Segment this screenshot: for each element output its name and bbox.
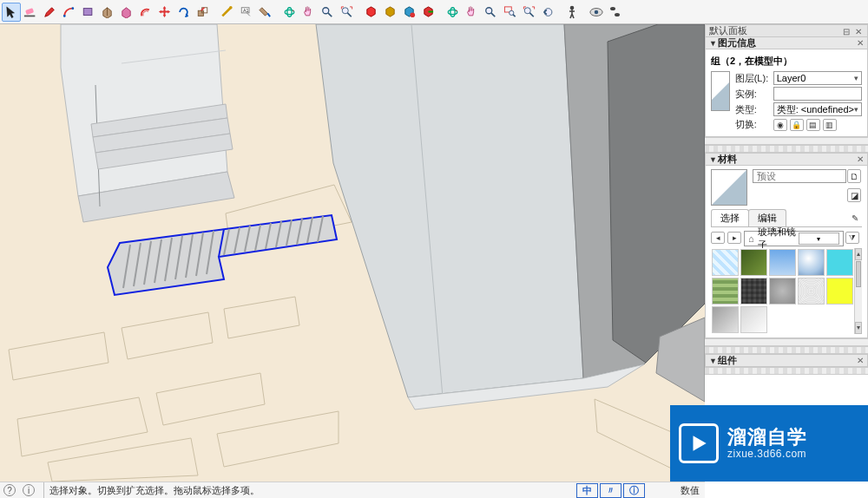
nav-fwd-icon[interactable]: ▸ xyxy=(727,232,741,244)
svg-point-2 xyxy=(62,15,65,17)
shadow-cast-icon[interactable]: ▤ xyxy=(806,119,820,131)
shadow-recv-icon[interactable]: ▥ xyxy=(823,119,837,131)
arc-icon[interactable] xyxy=(59,3,78,22)
material-swatch[interactable] xyxy=(825,277,854,305)
eye-icon[interactable] xyxy=(587,3,606,22)
pull2-icon[interactable] xyxy=(116,3,135,22)
collapse-icon[interactable]: ▼ xyxy=(709,357,718,365)
rotate-icon[interactable] xyxy=(174,3,193,22)
component-icon[interactable] xyxy=(361,3,380,22)
instance-input[interactable] xyxy=(773,87,862,101)
eyedropper-icon[interactable]: ✎ xyxy=(848,211,862,225)
scroll-up-icon[interactable]: ▴ xyxy=(855,248,862,260)
components-header[interactable]: ▼ 组件 ✕ xyxy=(705,354,868,367)
component4-icon[interactable] xyxy=(418,3,437,22)
material-swatch[interactable] xyxy=(797,248,825,277)
rectangle-icon[interactable] xyxy=(78,3,97,22)
materials-header[interactable]: ▼ 材料 ✕ xyxy=(705,153,868,166)
pan2-icon[interactable] xyxy=(462,3,481,22)
orbit-icon[interactable] xyxy=(279,3,299,22)
scroll-thumb[interactable] xyxy=(856,261,861,287)
material-swatch[interactable] xyxy=(768,248,797,277)
pull-icon[interactable] xyxy=(97,3,116,22)
type-combobox[interactable]: 类型: <undefined> xyxy=(773,102,862,116)
create-material-icon[interactable]: 🗋 xyxy=(847,169,861,183)
material-swatch[interactable] xyxy=(711,248,740,277)
default-material-icon[interactable]: ◪ xyxy=(847,188,861,202)
tab-edit[interactable]: 编辑 xyxy=(748,209,786,226)
pin-icon[interactable]: ⊟ xyxy=(841,27,852,36)
close-icon[interactable]: ✕ xyxy=(853,154,864,164)
panel-host-titlebar[interactable]: 默认面板 ⊟ ✕ xyxy=(705,24,868,36)
pencil-icon[interactable] xyxy=(40,3,59,22)
help-icon[interactable]: ? xyxy=(3,484,16,496)
scale-icon[interactable] xyxy=(193,3,212,22)
close-icon[interactable]: ✕ xyxy=(853,356,864,365)
close-icon[interactable]: ✕ xyxy=(853,27,864,36)
layer-combobox[interactable]: Layer0 xyxy=(773,71,862,85)
library-menu-icon[interactable]: ⧩ xyxy=(845,232,859,244)
zoom-window-icon[interactable] xyxy=(500,3,519,22)
svg-marker-31 xyxy=(224,297,299,338)
component3-icon[interactable] xyxy=(399,3,418,22)
zoom-extents2-icon[interactable] xyxy=(519,3,538,22)
svg-marker-30 xyxy=(122,312,213,359)
person-icon[interactable] xyxy=(562,3,582,22)
zoom2-icon[interactable] xyxy=(481,3,500,22)
swatch-scrollbar[interactable]: ▴ ▾ xyxy=(854,248,862,334)
svg-rect-0 xyxy=(25,8,34,15)
material-swatch[interactable] xyxy=(740,277,768,305)
text-icon[interactable]: A1 xyxy=(236,3,255,22)
svg-point-17 xyxy=(486,7,492,13)
material-swatch[interactable] xyxy=(797,277,825,305)
material-name-input[interactable]: 预设 xyxy=(753,169,846,183)
material-swatch[interactable] xyxy=(768,277,797,305)
move-icon[interactable] xyxy=(155,3,174,22)
collapse-icon[interactable]: ▼ xyxy=(709,155,718,164)
hidden-toggle-icon[interactable]: ◉ xyxy=(773,119,787,131)
eraser-icon[interactable] xyxy=(21,3,40,22)
orbit2-icon[interactable] xyxy=(443,3,462,22)
material-swatch[interactable] xyxy=(740,248,768,277)
panel-drag-bar[interactable] xyxy=(705,367,868,375)
svg-marker-46 xyxy=(108,215,337,295)
offset-icon[interactable] xyxy=(135,3,155,22)
zoom-extents-icon[interactable] xyxy=(337,3,356,22)
tape-icon[interactable] xyxy=(217,3,236,22)
collapse-icon[interactable]: ▼ xyxy=(709,39,718,48)
material-swatch[interactable] xyxy=(711,277,740,305)
zoom-icon[interactable] xyxy=(318,3,337,22)
panel-drag-bar[interactable] xyxy=(705,346,868,354)
modeling-viewport[interactable] xyxy=(0,24,705,482)
walk-icon[interactable] xyxy=(606,3,625,22)
material-swatch[interactable] xyxy=(740,305,768,334)
material-library-combobox[interactable]: 玻璃和镜子 ▾ xyxy=(744,231,844,246)
entity-info-header[interactable]: ▼ 图元信息 ✕ xyxy=(705,36,868,49)
select-arrow-icon[interactable] xyxy=(2,3,21,22)
material-swatch[interactable] xyxy=(711,305,740,334)
watermark-banner: 溜溜自学 zixue.3d66.com xyxy=(670,405,868,482)
component2-icon[interactable] xyxy=(380,3,399,22)
scroll-down-icon[interactable]: ▾ xyxy=(855,322,862,334)
lock-toggle-icon[interactable]: 🔒 xyxy=(790,119,804,131)
view-mode-button-3[interactable]: ⓘ xyxy=(623,483,645,498)
entity-material-swatch[interactable] xyxy=(711,71,730,111)
svg-point-3 xyxy=(71,7,74,10)
prev-view-icon[interactable] xyxy=(538,3,557,22)
view-mode-button-1[interactable]: 中 xyxy=(576,483,598,498)
close-icon[interactable]: ✕ xyxy=(853,38,864,48)
watermark-url: zixue.3d66.com xyxy=(727,449,807,460)
view-mode-button-2[interactable]: 〃 xyxy=(600,483,621,498)
toggle-label: 切换: xyxy=(735,118,773,131)
tab-select[interactable]: 选择 xyxy=(711,209,749,226)
pan-icon[interactable] xyxy=(299,3,318,22)
svg-point-20 xyxy=(524,7,530,13)
panel-drag-bar[interactable] xyxy=(705,145,868,153)
paint-icon[interactable] xyxy=(255,3,274,22)
info-icon[interactable]: i xyxy=(23,484,35,496)
material-swatch[interactable] xyxy=(825,248,854,277)
svg-marker-27 xyxy=(17,397,148,456)
panel-host-title: 默认面板 xyxy=(709,24,747,37)
nav-back-icon[interactable]: ◂ xyxy=(711,232,725,244)
current-material-swatch[interactable] xyxy=(711,169,747,206)
